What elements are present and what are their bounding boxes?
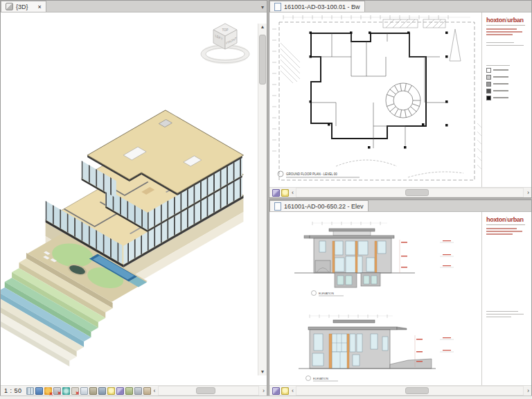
horizontal-scroll-thumb[interactable] [405,387,429,394]
panel-elevation-sheet: 161001-AD-00-650.22 - Elev [269,200,532,396]
scale-button[interactable]: 1 : 50 [4,387,22,394]
detail-level-icon[interactable] [26,387,34,395]
titleblock-text-line [486,34,513,35]
vertical-scroll-track[interactable] [258,30,267,369]
horizontal-scroll-thumb[interactable] [196,387,215,394]
view-control-bar-plan: ‹ › [269,187,531,197]
legend-label-line [493,76,508,78]
legend-title-line [486,65,510,66]
tab-3d-label: {3D} [16,3,28,10]
left-hatch [281,43,300,83]
tabbar-3d: {3D} × ▾ [1,1,267,12]
canvas-3d[interactable]: TOP LEFT FRONT ▲ ▼ [1,12,267,385]
titleblock-text-line [486,231,522,232]
plan-legend [486,65,529,100]
titleblock-text-line [486,31,522,33]
elev-title-block: hoxtonǀurban [481,212,531,385]
legend-swatch [486,82,491,87]
plan-title-block: hoxtonǀurban [481,12,531,187]
titleblock-note-line [486,314,524,314]
legend-swatch [486,75,491,80]
vertical-scrollbar-3d[interactable]: ▲ ▼ [258,24,267,375]
tab-plan-sheet[interactable]: 161001-AD-03-100.01 - Bw [269,1,365,12]
logo-tagline [486,25,525,26]
legend-swatch [486,96,491,100]
crop-region-icon[interactable] [80,387,88,395]
view-properties-icon[interactable] [116,387,124,395]
ramp [390,359,432,369]
scroll-up-icon[interactable]: ▲ [260,24,265,30]
tabbar-elev: 161001-AD-00-650.22 - Elev [269,200,531,212]
elev1-view-title: ELEVATION [319,292,334,295]
tab-3d-view[interactable]: {3D} × [1,1,46,12]
tab-elev-sheet[interactable]: 161001-AD-00-650.22 - Elev [269,200,369,211]
titleblock-text-line [486,233,513,235]
view-properties-icon[interactable] [272,387,280,395]
horizontal-scrollbar-elev[interactable] [296,386,524,396]
view-3d-icon [6,3,13,10]
visual-style-icon[interactable] [35,387,43,395]
firm-logo: hoxtonǀurban [486,216,529,223]
elevation-drawing-1: ELEVATION [294,222,454,296]
legend-label-line [493,90,508,91]
tab-plan-label: 161001-AD-03-100.01 - Bw [284,3,360,10]
legend-label-line [493,83,508,85]
titleblock-note-line [486,317,511,317]
analytical-model-icon[interactable] [125,387,133,395]
titleblock-note-line [486,45,524,46]
hide-isolate-icon[interactable] [98,387,106,395]
titleblock-note-line [486,311,518,312]
view-tab-overflow-icon[interactable]: ▾ [261,4,267,12]
tabbar-plan: 161001-AD-03-100.01 - Bw [269,1,531,12]
sun-path-icon[interactable] [44,387,52,395]
scroll-right-icon[interactable]: › [525,189,531,196]
firm-logo: hoxtonǀurban [486,17,529,24]
sheet-icon [274,202,281,211]
reveal-hidden-icon[interactable] [281,189,289,197]
sheet-icon [274,3,281,11]
viewcube-top-label[interactable]: TOP [222,28,228,32]
rendering-dialog-icon[interactable] [62,387,70,395]
panel-plan-sheet: 161001-AD-03-100.01 - Bw [269,0,532,198]
titleblock-text-line [486,28,517,30]
scroll-right-icon[interactable]: › [525,387,531,394]
reveal-hidden-icon[interactable] [107,387,115,395]
scroll-left-icon[interactable]: ‹ [290,189,296,196]
canvas-plan[interactable]: GROUND FLOOR PLAN - LEVEL 00 hoxtonǀurba… [269,12,531,187]
displacement-sets-icon[interactable] [134,387,142,395]
scroll-left-icon[interactable]: ‹ [290,387,296,394]
reveal-hidden-icon[interactable] [281,387,289,395]
titleblock-note-line [486,42,514,43]
legend-swatch [486,68,491,73]
lock-3d-view-icon[interactable] [89,387,97,395]
close-tab-icon[interactable]: × [38,3,42,10]
level-marks [400,240,454,273]
view-properties-icon[interactable] [272,189,280,197]
horizontal-scrollbar-3d[interactable] [158,386,259,396]
shadows-icon[interactable] [53,387,61,395]
reveal-constraints-icon[interactable] [143,387,151,395]
view-cube[interactable]: TOP LEFT FRONT [199,19,251,71]
building-outline [311,33,426,139]
scroll-down-icon[interactable]: ▼ [260,369,265,375]
horizontal-scroll-thumb[interactable] [405,189,429,196]
legend-label-line [493,97,508,98]
crop-view-icon[interactable] [71,387,79,395]
panel-3d-view: {3D} × ▾ [0,0,267,396]
plan-view-title-text: GROUND FLOOR PLAN - LEVEL 00 [286,172,337,176]
scroll-right-icon[interactable]: › [260,387,267,394]
titleblock-text-line [486,228,517,229]
status-bar-strip [0,396,532,399]
logo-tagline [486,224,525,225]
scroll-left-icon[interactable]: ‹ [152,387,158,394]
tab-elev-label: 161001-AD-00-650.22 - Elev [284,203,364,210]
vertical-scroll-thumb[interactable] [259,35,266,85]
horizontal-scrollbar-plan[interactable] [296,188,524,197]
canvas-elev[interactable]: ELEVATION [269,212,531,385]
view-control-bar-3d: 1 : 50 ‹ › [1,385,267,396]
legend-swatch [486,89,491,94]
revit-view-area: {3D} × ▾ [0,0,532,399]
skylights [383,19,445,28]
elevation-drawing-2: ELEVATION [299,314,454,381]
plan-view-title: GROUND FLOOR PLAN - LEVEL 00 [278,171,360,177]
